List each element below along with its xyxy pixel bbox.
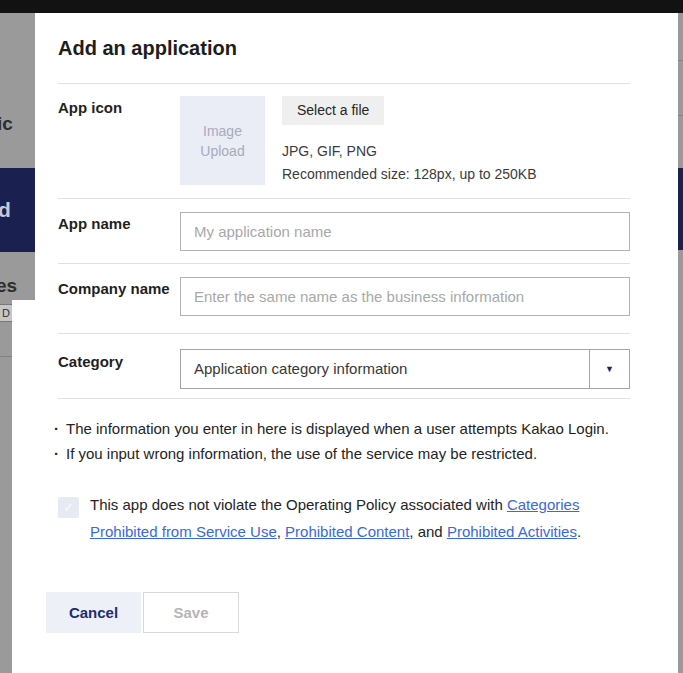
policy-separator: , and — [409, 523, 447, 540]
bullet-icon: · — [54, 416, 66, 441]
app-name-label: App name — [58, 213, 131, 235]
category-label: Category — [58, 351, 123, 373]
backdrop-left-edge: D — [0, 300, 12, 673]
backdrop-divider — [0, 356, 12, 357]
chevron-down-icon[interactable]: ▼ — [589, 350, 629, 388]
screen: Add an application App icon Image Upload… — [0, 0, 683, 673]
add-application-modal: Add an application App icon Image Upload… — [12, 13, 678, 673]
backdrop-top-bar — [0, 0, 683, 13]
backdrop-text-fragment: d — [0, 198, 11, 222]
backdrop-navy-banner — [678, 168, 683, 250]
policy-statement: This app does not violate the Operating … — [90, 491, 635, 545]
policy-text-before: This app does not violate the Operating … — [90, 496, 507, 513]
divider — [58, 398, 630, 399]
select-file-button[interactable]: Select a file — [282, 96, 384, 125]
modal-title: Add an application — [58, 35, 237, 61]
category-select[interactable]: Application category information ▼ — [180, 349, 630, 389]
link-prohibited-content[interactable]: Prohibited Content — [285, 523, 409, 540]
backdrop-text-fragment: es — [0, 275, 17, 297]
backdrop-text-fragment: ic — [0, 113, 13, 135]
backdrop-left-strip: ic d es — [0, 13, 35, 300]
image-upload-placeholder: Image Upload — [190, 121, 255, 161]
backdrop-divider — [678, 115, 683, 116]
company-name-label: Company name — [58, 278, 170, 300]
app-icon-label: App icon — [58, 97, 122, 119]
image-upload-dropzone[interactable]: Image Upload — [180, 96, 265, 185]
bullet-icon: · — [54, 441, 66, 466]
policy-checkbox[interactable]: ✓ — [58, 497, 79, 518]
company-name-input[interactable] — [180, 277, 630, 316]
checkmark-icon: ✓ — [63, 500, 74, 515]
link-prohibited-activities[interactable]: Prohibited Activities — [447, 523, 577, 540]
note-line: · If you input wrong information, the us… — [54, 441, 630, 466]
policy-text-after: . — [577, 523, 581, 540]
policy-separator: , — [277, 523, 285, 540]
save-button[interactable]: Save — [143, 592, 239, 633]
app-name-input[interactable] — [180, 212, 630, 251]
divider — [58, 198, 630, 199]
note-line: · The information you enter in here is d… — [54, 416, 630, 441]
category-selected-value: Application category information — [181, 350, 589, 388]
file-formats-hint: JPG, GIF, PNG — [282, 140, 377, 162]
backdrop-table-row-fragment: D — [0, 304, 12, 322]
divider — [58, 333, 630, 334]
backdrop-navy-banner: d — [0, 168, 35, 252]
divider — [58, 83, 630, 84]
divider — [58, 263, 630, 264]
cancel-button[interactable]: Cancel — [46, 592, 141, 633]
note-text: If you input wrong information, the use … — [66, 441, 537, 466]
backdrop-right-edge — [678, 13, 683, 673]
info-notes: · The information you enter in here is d… — [54, 416, 630, 466]
recommended-size-hint: Recommended size: 128px, up to 250KB — [282, 163, 537, 185]
note-text: The information you enter in here is dis… — [66, 416, 609, 441]
backdrop-divider — [678, 60, 683, 61]
